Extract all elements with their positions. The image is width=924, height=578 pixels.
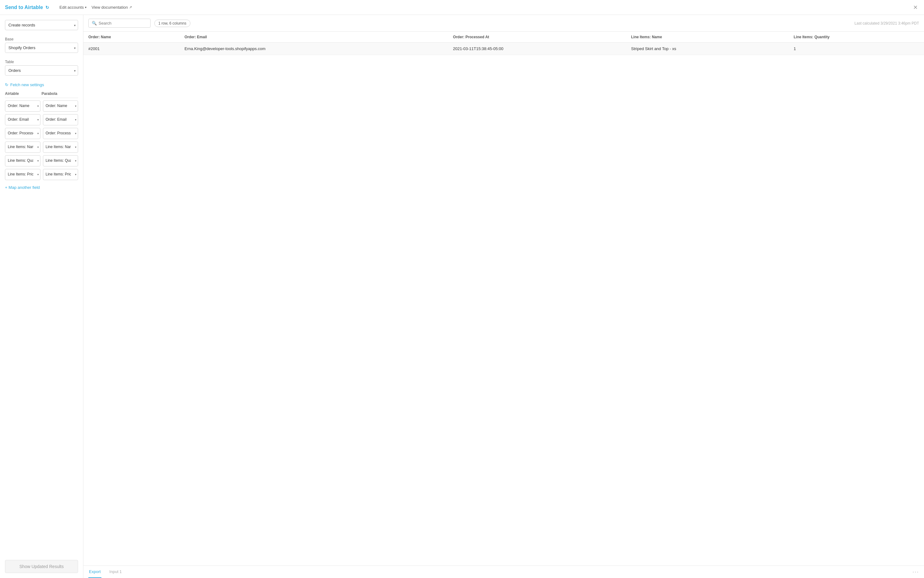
fetch-refresh-icon: ↻: [5, 83, 8, 87]
table-section: Orders ▾: [5, 65, 78, 76]
edit-accounts-link[interactable]: Edit accounts ▾: [59, 5, 86, 10]
base-select[interactable]: Shopify Orders: [5, 42, 78, 53]
table-select-wrapper: Orders ▾: [5, 65, 78, 76]
map-another-field-button[interactable]: + Map another field: [5, 183, 40, 192]
airtable-field-wrapper-1: Order: Email ▾: [5, 114, 41, 125]
table-label: Table: [5, 60, 78, 64]
last-calculated: Last calculated 3/29/2021 3:46pm PDT: [855, 21, 919, 26]
base-section: Shopify Orders ▾: [5, 42, 78, 53]
parabola-field-select-5[interactable]: Line Items: Price: [43, 169, 78, 180]
airtable-field-select-2[interactable]: Order: Processed At: [5, 128, 41, 139]
table-cell: 2021-03-11T15:38:45-05:00: [448, 42, 626, 55]
sidebar: Create records ▾ Base Shopify Orders ▾ T…: [0, 15, 83, 578]
airtable-field-select-4[interactable]: Line Items: Quantity: [5, 155, 41, 166]
parabola-field-wrapper-5: Line Items: Price ▾: [43, 169, 78, 180]
mapping-row: Order: Email ▾ Order: Email ▾: [5, 114, 78, 125]
parabola-field-select-1[interactable]: Order: Email: [43, 114, 78, 125]
mapping-row: Order: Name ▾ Order: Name ▾: [5, 101, 78, 112]
edit-accounts-label: Edit accounts: [59, 5, 84, 10]
search-input[interactable]: [99, 21, 147, 26]
airtable-field-select-1[interactable]: Order: Email: [5, 114, 41, 125]
mapping-row: Order: Processed At ▾ Order: Processed A…: [5, 128, 78, 139]
tab-input1[interactable]: Input 1: [109, 566, 123, 578]
create-records-section: Create records ▾: [5, 20, 78, 30]
close-button[interactable]: ✕: [912, 3, 919, 12]
edit-accounts-dropdown-icon: ▾: [85, 6, 86, 9]
airtable-col-header: Airtable: [5, 91, 42, 96]
parabola-field-select-4[interactable]: Line Items: Quantity: [43, 155, 78, 166]
parabola-field-select-2[interactable]: Order: Processed At: [43, 128, 78, 139]
table-column-header: Line Items: Quantity: [789, 32, 924, 42]
parabola-field-select-0[interactable]: Order: Name: [43, 101, 78, 112]
refresh-icon[interactable]: ↻: [45, 5, 49, 10]
airtable-field-select-3[interactable]: Line Items: Name: [5, 141, 41, 153]
table-cell: Erna.King@developer-tools.shopifyapps.co…: [180, 42, 448, 55]
airtable-field-select-0[interactable]: Order: Name: [5, 101, 41, 112]
airtable-field-wrapper-0: Order: Name ▾: [5, 101, 41, 112]
table-row: #2001Erna.King@developer-tools.shopifyap…: [83, 42, 924, 55]
airtable-field-select-5[interactable]: Line Items: Price: [5, 169, 41, 180]
view-docs-label: View documentation: [91, 5, 128, 10]
parabola-field-wrapper-0: Order: Name ▾: [43, 101, 78, 112]
parabola-field-wrapper-3: Line Items: Name ▾: [43, 141, 78, 153]
app-title: Send to Airtable ↻: [5, 5, 49, 10]
external-link-icon: ↗: [129, 5, 132, 9]
plus-icon: +: [5, 185, 8, 190]
table-column-header: Order: Name: [83, 32, 180, 42]
sidebar-footer: Show Updated Results: [5, 555, 78, 573]
mapping-row: Line Items: Quantity ▾ Line Items: Quant…: [5, 155, 78, 166]
airtable-field-wrapper-5: Line Items: Price ▾: [5, 169, 41, 180]
parabola-field-wrapper-1: Order: Email ▾: [43, 114, 78, 125]
base-label: Base: [5, 37, 78, 41]
table-column-header: Order: Processed At: [448, 32, 626, 42]
row-count-badge: 1 row, 6 columns: [154, 19, 190, 27]
table-select[interactable]: Orders: [5, 65, 78, 76]
mapping-rows: Order: Name ▾ Order: Name ▾ Order: Email…: [5, 101, 78, 180]
fetch-settings-label: Fetch new settings: [10, 83, 44, 87]
mapping-row: Line Items: Name ▾ Line Items: Name ▾: [5, 141, 78, 153]
parabola-field-wrapper-4: Line Items: Quantity ▾: [43, 155, 78, 166]
main-content: 🔍 1 row, 6 columns Last calculated 3/29/…: [83, 15, 924, 578]
title-text: Send to Airtable: [5, 5, 43, 10]
table-container: Order: NameOrder: EmailOrder: Processed …: [83, 32, 924, 565]
table-header-row: Order: NameOrder: EmailOrder: Processed …: [83, 32, 924, 42]
table-column-header: Order: Email: [180, 32, 448, 42]
mapping-row: Line Items: Price ▾ Line Items: Price ▾: [5, 169, 78, 180]
parabola-col-header: Parabola: [42, 91, 78, 96]
view-documentation-link[interactable]: View documentation ↗: [91, 5, 132, 10]
field-mapping-section: Airtable Parabola Order: Name ▾ Order: N…: [5, 91, 78, 555]
parabola-field-wrapper-2: Order: Processed At ▾: [43, 128, 78, 139]
more-options-button[interactable]: ···: [913, 569, 919, 575]
tab-export[interactable]: Export: [88, 566, 101, 578]
header: Send to Airtable ↻ Edit accounts ▾ View …: [0, 0, 924, 15]
base-select-wrapper: Shopify Orders ▾: [5, 42, 78, 53]
table-cell: 1: [789, 42, 924, 55]
table-column-header: Line Items: Name: [626, 32, 789, 42]
table-body: #2001Erna.King@developer-tools.shopifyap…: [83, 42, 924, 55]
bottom-tabs: Export Input 1 ···: [83, 565, 924, 578]
app-body: Create records ▾ Base Shopify Orders ▾ T…: [0, 15, 924, 578]
map-another-label: Map another field: [9, 185, 40, 190]
fetch-settings-button[interactable]: ↻ Fetch new settings: [5, 81, 78, 89]
show-results-button[interactable]: Show Updated Results: [5, 560, 78, 573]
airtable-field-wrapper-3: Line Items: Name ▾: [5, 141, 41, 153]
search-icon: 🔍: [92, 21, 97, 26]
table-cell: Striped Skirt and Top - xs: [626, 42, 789, 55]
mapping-header: Airtable Parabola: [5, 91, 78, 98]
search-box: 🔍: [88, 19, 151, 28]
main-toolbar: 🔍 1 row, 6 columns Last calculated 3/29/…: [83, 15, 924, 32]
parabola-field-select-3[interactable]: Line Items: Name: [43, 141, 78, 153]
table-cell: #2001: [83, 42, 180, 55]
airtable-field-wrapper-2: Order: Processed At ▾: [5, 128, 41, 139]
create-records-select[interactable]: Create records: [5, 20, 78, 30]
data-table: Order: NameOrder: EmailOrder: Processed …: [83, 32, 924, 55]
airtable-field-wrapper-4: Line Items: Quantity ▾: [5, 155, 41, 166]
create-records-wrapper: Create records ▾: [5, 20, 78, 30]
